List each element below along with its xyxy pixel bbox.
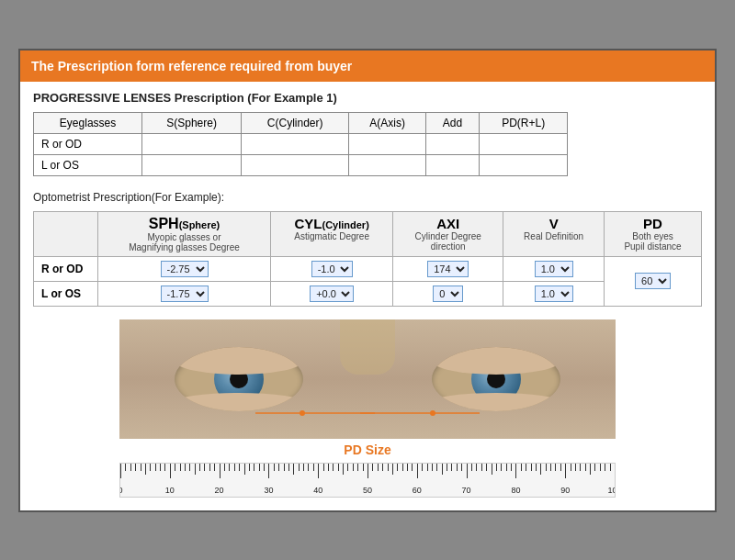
main-card: The Prescription form reference required… xyxy=(18,49,717,512)
table-row: L or OS xyxy=(34,154,568,175)
ruler-tick-75 xyxy=(492,464,492,475)
detail-col-empty xyxy=(34,211,98,256)
header-bar: The Prescription form reference required… xyxy=(20,50,715,82)
ruler-tick-99 xyxy=(610,464,611,471)
ruler-tick-87 xyxy=(550,464,551,471)
ruler-marks: 0102030405060708090100 xyxy=(120,464,615,497)
detail-col-cyl: CYL(Cylinder) Astigmatic Degree xyxy=(271,211,393,256)
ruler-tick-92 xyxy=(575,464,576,471)
ruler-tick-95 xyxy=(590,464,591,475)
pd-select[interactable]: 60 xyxy=(635,273,671,289)
ruler-tick-98 xyxy=(605,464,605,471)
dot-left xyxy=(300,410,305,416)
ruler-label-80: 80 xyxy=(511,486,520,495)
col-add: Add xyxy=(426,112,480,133)
ruler-tick-51 xyxy=(372,464,373,471)
dot-right xyxy=(430,410,435,416)
detail-row2-cyl: +0.0 xyxy=(271,281,393,306)
ruler-tick-90 xyxy=(565,464,566,478)
ruler-tick-35 xyxy=(293,464,294,475)
ruler-tick-49 xyxy=(363,464,364,471)
cyl-os-select[interactable]: +0.0 xyxy=(310,286,354,302)
detail-row1-v: 1.0 xyxy=(503,256,605,281)
detail-row1-label: R or OD xyxy=(34,256,98,281)
col-eyeglasses: Eyeglasses xyxy=(34,112,142,133)
detail-row2-label: L or OS xyxy=(34,281,98,306)
ruler-tick-1 xyxy=(125,464,126,471)
ruler-tick-43 xyxy=(333,464,334,471)
ruler-tick-60 xyxy=(417,464,418,478)
sph-od-select[interactable]: -2.75 xyxy=(161,261,209,277)
detail-pd-cell: 60 xyxy=(605,256,702,306)
ruler-tick-48 xyxy=(357,464,358,471)
ruler-tick-36 xyxy=(299,464,300,471)
ruler-tick-14 xyxy=(189,464,190,471)
ruler-tick-81 xyxy=(521,464,522,471)
ruler-tick-76 xyxy=(496,464,497,471)
row1-label: R or OD xyxy=(34,133,142,154)
ruler-tick-2 xyxy=(130,464,131,471)
detail-col-pd: PD Both eyesPupil distance xyxy=(605,211,702,256)
ruler-tick-29 xyxy=(264,464,265,471)
arrow-left xyxy=(255,404,375,422)
ruler-tick-21 xyxy=(224,464,225,471)
v-os-select[interactable]: 1.0 xyxy=(535,286,573,302)
v-od-select[interactable]: 1.0 xyxy=(535,261,573,277)
optometrist-label: Optometrist Prescription(For Example): xyxy=(33,191,702,204)
ruler-tick-50 xyxy=(368,464,368,478)
ruler-tick-65 xyxy=(442,464,443,475)
ruler-tick-3 xyxy=(135,464,136,471)
ruler-label-20: 20 xyxy=(215,486,224,495)
ruler-tick-94 xyxy=(585,464,586,471)
ruler-tick-17 xyxy=(204,464,205,471)
ruler-tick-9 xyxy=(164,464,165,471)
ruler-tick-67 xyxy=(451,464,452,471)
pd-size-label: PD Size xyxy=(344,442,390,457)
ruler-tick-22 xyxy=(229,464,230,471)
eye-outer-left xyxy=(175,347,303,411)
arrow-right xyxy=(360,404,480,422)
ruler-tick-83 xyxy=(531,464,532,471)
col-cylinder: C(Cylinder) xyxy=(242,112,349,133)
ruler-tick-7 xyxy=(155,464,156,471)
ruler-tick-91 xyxy=(571,464,571,471)
axi-os-select[interactable]: 0 xyxy=(433,286,463,302)
eye-section: PD Size 0102030405060708090100 xyxy=(33,319,702,498)
ruler-tick-89 xyxy=(560,464,561,471)
ruler-label-50: 50 xyxy=(363,486,372,495)
ruler-tick-72 xyxy=(476,464,477,471)
ruler-tick-34 xyxy=(288,464,289,471)
ruler-tick-16 xyxy=(199,464,200,471)
ruler-tick-33 xyxy=(284,464,285,471)
ruler-tick-11 xyxy=(175,464,175,471)
detail-col-v: V Real Definition xyxy=(503,211,605,256)
ruler-tick-4 xyxy=(141,464,141,471)
sph-os-select[interactable]: -1.75 xyxy=(161,286,209,302)
eyelid-top-right xyxy=(432,347,560,375)
detail-row-os: L or OS -1.75 +0.0 xyxy=(34,281,702,306)
ruler-tick-30 xyxy=(268,464,269,478)
ruler-tick-46 xyxy=(347,464,348,471)
ruler-tick-70 xyxy=(467,464,468,478)
ruler-tick-15 xyxy=(195,464,196,475)
ruler-tick-6 xyxy=(150,464,151,471)
ruler-tick-82 xyxy=(526,464,526,471)
row2-label: L or OS xyxy=(34,154,142,175)
ruler-tick-27 xyxy=(254,464,254,471)
ruler-tick-74 xyxy=(486,464,487,471)
detail-row1-cyl: -1.0 xyxy=(271,256,393,281)
ruler-tick-42 xyxy=(328,464,329,471)
ruler-tick-66 xyxy=(447,464,447,471)
ruler-tick-78 xyxy=(506,464,507,471)
ruler-tick-88 xyxy=(555,464,556,471)
ruler-tick-38 xyxy=(308,464,309,471)
ruler-tick-31 xyxy=(274,464,275,471)
ruler-label-70: 70 xyxy=(462,486,471,495)
ruler-tick-32 xyxy=(278,464,279,471)
ruler-label-60: 60 xyxy=(413,486,422,495)
cyl-od-select[interactable]: -1.0 xyxy=(311,261,353,277)
nose-area xyxy=(340,319,395,375)
detail-row2-axi: 0 xyxy=(393,281,503,306)
axi-od-select[interactable]: 174 xyxy=(427,261,469,277)
ruler-tick-55 xyxy=(392,464,393,475)
